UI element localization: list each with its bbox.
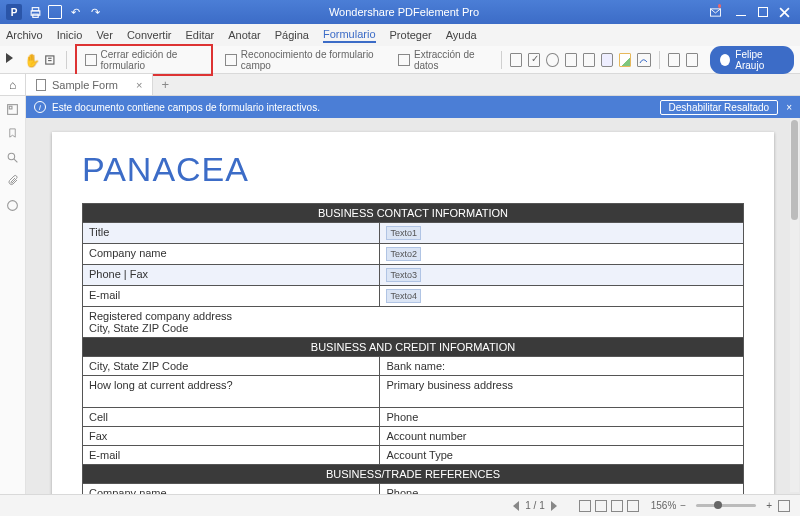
maximize-icon[interactable] xyxy=(758,7,768,17)
save-icon[interactable] xyxy=(48,5,62,19)
view-continuous-icon[interactable] xyxy=(595,500,607,512)
page-prev-icon[interactable] xyxy=(513,501,519,511)
document-file-icon xyxy=(36,79,46,91)
scrollbar-thumb[interactable] xyxy=(791,120,798,220)
add-tab-icon[interactable]: + xyxy=(153,77,177,92)
info-icon: i xyxy=(34,101,46,113)
form-recognition-label: Reconocimiento de formulario campo xyxy=(241,49,380,71)
left-sidebar xyxy=(0,96,26,494)
thumbnails-icon[interactable] xyxy=(6,102,20,116)
comments-icon[interactable] xyxy=(6,198,20,212)
label-acctnum: Account number xyxy=(380,427,744,446)
window-close-icon[interactable] xyxy=(778,6,790,18)
button-tool-icon[interactable] xyxy=(601,53,613,67)
banner-close-icon[interactable]: × xyxy=(786,102,792,113)
section-header-1: BUSINESS CONTACT INFORMATION xyxy=(83,204,744,223)
bookmarks-icon[interactable] xyxy=(6,126,20,140)
zoom-out-icon[interactable]: − xyxy=(680,500,686,511)
checkbox-tool-icon[interactable]: ✓ xyxy=(528,53,540,67)
select-tool-icon[interactable] xyxy=(6,53,18,67)
view-single-icon[interactable] xyxy=(579,500,591,512)
menu-ver[interactable]: Ver xyxy=(96,29,113,41)
field-texto4[interactable]: Texto4 xyxy=(386,289,421,303)
section-header-2: BUSINESS AND CREDIT INFORMATION xyxy=(83,338,744,357)
form-table: BUSINESS CONTACT INFORMATION Title Texto… xyxy=(82,203,744,494)
mail-icon[interactable] xyxy=(710,5,724,19)
info-banner: i Este documento contiene campos de form… xyxy=(26,96,800,118)
menu-formulario[interactable]: Formulario xyxy=(323,28,376,43)
hand-tool-icon[interactable]: ✋ xyxy=(24,53,38,67)
label-accttype: Account Type xyxy=(380,446,744,465)
document-page: PANACEA BUSINESS CONTACT INFORMATION Tit… xyxy=(52,132,774,494)
view-fit-icon[interactable] xyxy=(627,500,639,512)
menu-ayuda[interactable]: Ayuda xyxy=(446,29,477,41)
document-brand-title: PANACEA xyxy=(82,150,744,189)
data-extraction-button[interactable]: Extracción de datos xyxy=(392,47,493,73)
edit-tool-icon[interactable] xyxy=(44,53,58,67)
app-logo-icon: P xyxy=(6,4,22,20)
label-fax: Fax xyxy=(83,427,380,446)
page-indicator: 1 / 1 xyxy=(525,500,544,511)
zoom-slider-knob[interactable] xyxy=(714,501,722,509)
image-tool-icon[interactable] xyxy=(619,53,631,67)
close-form-icon xyxy=(85,54,97,66)
close-form-editing-button[interactable]: Cerrar edición de formulario xyxy=(79,47,209,73)
svg-rect-10 xyxy=(9,106,12,109)
label-company: Company name xyxy=(83,244,380,265)
undo-icon[interactable]: ↶ xyxy=(68,5,82,19)
radio-tool-icon[interactable] xyxy=(546,53,558,67)
textfield-tool-icon[interactable] xyxy=(510,53,522,67)
close-form-label: Cerrar edición de formulario xyxy=(101,49,203,71)
label-phone: Phone xyxy=(380,408,744,427)
listbox-tool-icon[interactable] xyxy=(583,53,595,67)
document-viewport[interactable]: PANACEA BUSINESS CONTACT INFORMATION Tit… xyxy=(26,118,800,494)
redo-icon[interactable]: ↷ xyxy=(88,5,102,19)
label-howlong: How long at current address? xyxy=(83,376,380,408)
menu-proteger[interactable]: Proteger xyxy=(390,29,432,41)
user-name: Felipe Araujo xyxy=(735,49,784,71)
document-tab-label: Sample Form xyxy=(52,79,118,91)
form-recognition-icon xyxy=(225,54,237,66)
home-tab-icon[interactable]: ⌂ xyxy=(0,74,26,95)
menu-pagina[interactable]: Página xyxy=(275,29,309,41)
section-header-3: BUSINESS/TRADE REFERENCES xyxy=(83,465,744,484)
title-bar: P ↶ ↷ Wondershare PDFelement Pro xyxy=(0,0,800,24)
attachments-icon[interactable] xyxy=(6,174,20,188)
form-recognition-button[interactable]: Reconocimiento de formulario campo xyxy=(219,47,386,73)
combobox-tool-icon[interactable] xyxy=(565,53,577,67)
menu-anotar[interactable]: Anotar xyxy=(228,29,260,41)
page-next-icon[interactable] xyxy=(551,501,557,511)
minimize-icon[interactable] xyxy=(734,5,748,19)
align-tool-icon[interactable] xyxy=(668,53,680,67)
zoom-in-icon[interactable]: + xyxy=(766,500,772,511)
label-phone-2: Phone xyxy=(380,484,744,495)
label-primaddr: Primary business address xyxy=(380,376,744,408)
view-facing-icon[interactable] xyxy=(611,500,623,512)
formulario-toolbar: ✋ Cerrar edición de formulario Reconocim… xyxy=(0,46,800,74)
info-banner-message: Este documento contiene campos de formul… xyxy=(52,102,320,113)
print-icon[interactable] xyxy=(28,5,42,19)
avatar-icon xyxy=(720,54,730,66)
label-regaddr: Registered company addressCity, State ZI… xyxy=(83,307,744,338)
document-tab[interactable]: Sample Form × xyxy=(26,74,153,95)
data-extraction-icon xyxy=(398,54,410,66)
field-texto3[interactable]: Texto3 xyxy=(386,268,421,282)
properties-tool-icon[interactable] xyxy=(686,53,698,67)
menu-inicio[interactable]: Inicio xyxy=(57,29,83,41)
zoom-slider[interactable] xyxy=(696,504,756,507)
field-texto2[interactable]: Texto2 xyxy=(386,247,421,261)
close-tab-icon[interactable]: × xyxy=(136,79,142,91)
svg-point-11 xyxy=(8,153,15,160)
menu-archivo[interactable]: Archivo xyxy=(6,29,43,41)
close-form-editing-highlight: Cerrar edición de formulario xyxy=(75,44,213,76)
menu-convertir[interactable]: Convertir xyxy=(127,29,172,41)
user-badge[interactable]: Felipe Araujo xyxy=(710,46,794,74)
signature-tool-icon[interactable] xyxy=(637,53,651,67)
search-sidebar-icon[interactable] xyxy=(6,150,20,164)
fullscreen-icon[interactable] xyxy=(778,500,790,512)
menu-editar[interactable]: Editar xyxy=(186,29,215,41)
label-bankname: Bank name: xyxy=(380,357,744,376)
field-texto1[interactable]: Texto1 xyxy=(386,226,421,240)
vertical-scrollbar[interactable] xyxy=(790,118,799,492)
disable-highlight-button[interactable]: Deshabilitar Resaltado xyxy=(660,100,779,115)
